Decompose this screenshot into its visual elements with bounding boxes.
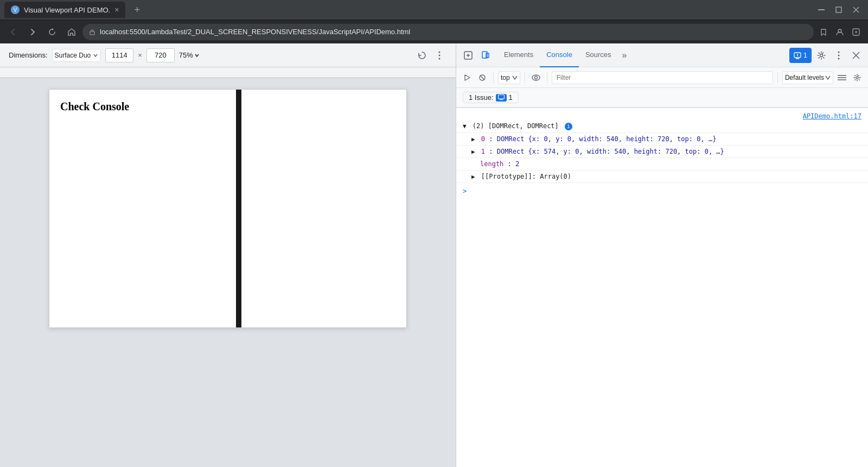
ruler: // inline SVG ticks rendered via CSS [0,67,456,78]
more-options-button[interactable] [432,48,447,63]
url-text: localhost:5500/LambdaTest/2_DUAL_SCREEN_… [100,28,807,36]
maximize-button[interactable] [831,2,846,17]
console-entry-item1: 1 : DOMRect {x: 574, y: 0, width: 540, h… [456,146,868,158]
dimension-separator: × [138,51,142,59]
check-console-text: Check Console [60,100,129,112]
svg-rect-1 [836,7,841,12]
more-tabs-button[interactable]: » [618,51,631,60]
item0-key: 0 [481,135,485,143]
rotate-button[interactable] [414,48,430,63]
svg-marker-25 [465,75,470,80]
levels-label: Default levels [785,74,824,81]
stop-console-button[interactable] [476,71,489,84]
tab-sources[interactable]: Sources [579,43,618,67]
inspect-element-button[interactable] [461,48,476,63]
dimensions-label: Dimensions: [9,51,48,59]
address-actions [816,24,864,40]
svg-point-20 [838,51,840,53]
back-button[interactable] [4,23,22,41]
eye-button[interactable] [529,71,542,84]
device-selector[interactable]: Surface Duo [52,49,101,62]
svg-point-10 [439,54,441,56]
url-bar[interactable]: localhost:5500/LambdaTest/2_DUAL_SCREEN_… [82,24,814,40]
sidebar-toggle-button[interactable] [835,71,848,84]
prototype-label: [[Prototype]]: Array(0) [481,173,571,180]
svg-point-11 [439,58,441,59]
issues-badge-button[interactable]: 1 [789,48,812,63]
profile-button[interactable] [832,24,847,40]
play-console-button[interactable] [461,71,474,84]
prototype-expand-button[interactable] [471,173,475,180]
issue-badge[interactable]: 1 Issue: 1 [463,92,519,103]
device-name: Surface Duo [55,52,91,59]
svg-point-29 [534,76,537,79]
issues-bar: 1 Issue: 1 [456,88,868,108]
extension-button[interactable] [848,24,864,40]
issue-icon [496,94,507,102]
tab-elements[interactable]: Elements [497,43,540,67]
array-expand-button[interactable] [463,123,467,130]
info-icon: i [565,123,572,130]
console-settings-button[interactable] [851,71,864,84]
tab-favicon: V [11,5,20,14]
item0-value: DOMRect {x: 0, y: 0, width: 540, height:… [497,135,717,143]
log-levels-selector[interactable]: Default levels [782,71,833,84]
device-mode-button[interactable] [478,48,493,63]
title-bar: V Visual Viewport API DEMO. × + [0,0,868,20]
filter-input[interactable] [552,71,773,84]
svg-rect-12 [0,67,456,78]
devtools-tabs: Elements Console Sources » 1 [456,43,868,67]
svg-point-22 [838,58,840,59]
array-label: (2) [DOMRect, DOMRect] [473,122,559,130]
tab-close-button[interactable]: × [114,5,119,14]
svg-point-33 [856,77,858,79]
forward-button[interactable] [24,23,41,41]
refresh-button[interactable] [43,23,61,41]
browser-tab[interactable]: V Visual Viewport API DEMO. × [4,2,125,18]
toolbar-separator-4 [777,72,778,83]
minimize-button[interactable] [814,2,829,17]
device-left-pane: Check Console [49,90,236,327]
browser-window: V Visual Viewport API DEMO. × + [0,0,868,467]
device-separator [236,90,241,327]
toolbar-separator-3 [547,72,547,83]
console-output[interactable]: APIDemo.html:17 (2) [DOMRect, DOMRect] i… [456,108,868,467]
viewport-area: Dimensions: Surface Duo × 75% [0,43,456,467]
height-input[interactable] [146,48,175,62]
context-selector[interactable]: top [498,71,520,84]
console-prompt: > [456,183,868,199]
width-input[interactable] [105,48,133,62]
device-right-pane [241,90,406,327]
console-entry-array: (2) [DOMRect, DOMRect] i [456,120,868,133]
home-button[interactable] [63,23,80,41]
dimension-toolbar: Dimensions: Surface Duo × 75% [0,43,456,67]
length-key: length [480,160,503,168]
zoom-value: 75% [179,51,193,59]
length-val: 2 [515,160,519,168]
console-entry-prototype: [[Prototype]]: Array(0) [456,171,868,183]
console-entry-item0: 0 : DOMRect {x: 0, y: 0, width: 540, hei… [456,133,868,146]
close-button[interactable] [848,2,864,17]
toolbar-separator-1 [493,72,494,83]
main-area: Dimensions: Surface Duo × 75% [0,43,868,467]
devtools-tab-group: Elements Console Sources » [497,43,789,67]
tab-title: Visual Viewport API DEMO. [24,6,110,14]
tab-console[interactable]: Console [540,43,579,67]
console-filename[interactable]: APIDemo.html:17 [456,108,868,120]
new-tab-button[interactable]: + [130,2,144,18]
devtools-more-button[interactable] [831,48,846,63]
devtools-toolbar-left [461,48,493,63]
svg-rect-34 [498,94,504,99]
console-entry-length: length : 2 [456,158,868,171]
item1-key: 1 [481,148,485,155]
toolbar-separator-2 [525,72,525,83]
item0-expand-button[interactable] [471,136,475,143]
item1-expand-button[interactable] [471,148,475,155]
svg-point-9 [439,51,441,53]
issue-count: 1 [509,93,513,102]
zoom-control[interactable]: 75% [179,51,200,59]
svg-point-21 [838,54,840,56]
devtools-close-button[interactable] [848,48,864,63]
devtools-settings-button[interactable] [814,48,829,63]
bookmark-button[interactable] [816,24,831,40]
